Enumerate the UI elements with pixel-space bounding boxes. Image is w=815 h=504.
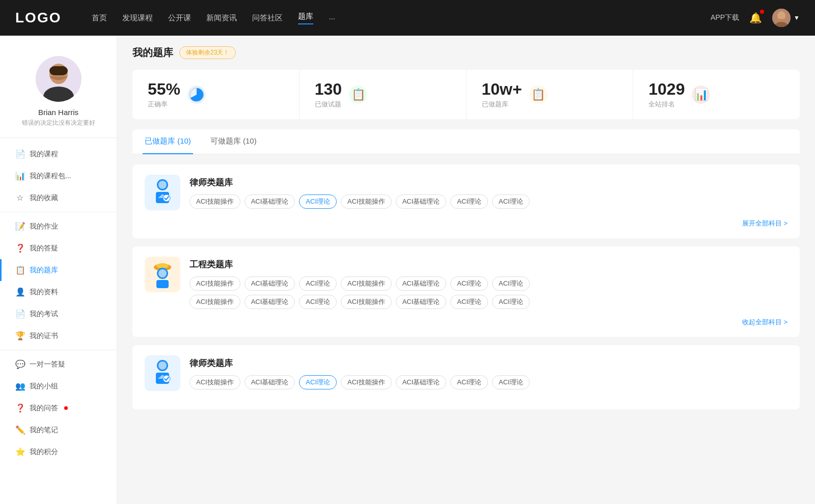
svg-rect-16 (156, 280, 169, 288)
lawyer-icon-wrap-2 (145, 355, 180, 391)
tag-item[interactable]: ACI基础理论 (244, 194, 295, 209)
lawyer-icon-wrap (145, 175, 180, 210)
tag-item[interactable]: ACI基础理论 (244, 295, 295, 309)
sidebar-item-my-cert[interactable]: 🏆 我的证书 (0, 325, 117, 347)
tag-item[interactable]: ACI技能操作 (189, 194, 240, 209)
tag-item[interactable]: ACI技能操作 (189, 276, 240, 291)
sidebar-item-my-exam[interactable]: 📄 我的考试 (0, 303, 117, 325)
profile-icon: 👤 (15, 287, 24, 297)
nav-qa[interactable]: 问答社区 (252, 13, 283, 23)
nav-news[interactable]: 新闻资讯 (206, 13, 237, 23)
tag-item[interactable]: ACI理论 (299, 276, 337, 291)
nav-discover[interactable]: 发现课程 (122, 13, 153, 23)
tag-item[interactable]: ACI技能操作 (189, 375, 240, 389)
profile-motto: 错误的决定比没有决定要好 (22, 119, 95, 127)
sidebar-item-label: 我的答疑 (30, 244, 58, 253)
tag-item[interactable]: ACI技能操作 (189, 295, 240, 309)
sidebar-item-my-notes[interactable]: ✏️ 我的笔记 (0, 419, 117, 441)
notes-icon: ✏️ (15, 425, 24, 435)
tag-item[interactable]: ACI技能操作 (341, 375, 392, 389)
sidebar-item-my-questions[interactable]: ❓ 我的问答 (0, 397, 117, 419)
profile-avatar (36, 56, 82, 102)
tag-item[interactable]: ACI技能操作 (341, 276, 392, 291)
sidebar-item-my-course[interactable]: 📄 我的课程 (0, 143, 117, 165)
tag-item[interactable]: ACI理论 (450, 276, 488, 291)
tag-item[interactable]: ACI理论 (492, 375, 530, 389)
tab-todo-qbank[interactable]: 可做题库 (10) (208, 129, 259, 154)
tag-item[interactable]: ACI理论 (492, 295, 530, 309)
svg-point-13 (156, 263, 169, 268)
tag-item[interactable]: ACI理论 (299, 295, 337, 309)
group-icon: 👥 (15, 381, 24, 391)
stat-label-qbank: 已做题库 (482, 100, 522, 109)
qbank-header-engineer: 工程类题库 ACI技能操作 ACI基础理论 ACI理论 ACI技能操作 ACI基… (145, 257, 787, 309)
stats-row: 55% 正确率 130 已做试题 📋 (132, 70, 800, 119)
tag-item[interactable]: ACI基础理论 (396, 295, 447, 309)
notification-bell[interactable]: 🔔 (749, 12, 762, 24)
qbank-title-lawyer-1: 律师类题库 (189, 175, 787, 188)
tag-item[interactable]: ACI技能操作 (341, 295, 392, 309)
tag-item[interactable]: ACI理论 (492, 276, 530, 291)
sidebar-item-label: 我的笔记 (30, 426, 58, 435)
nav-opencourse[interactable]: 公开课 (168, 13, 191, 23)
sidebar-item-label: 我的积分 (30, 447, 58, 457)
sidebar-item-label: 我的问答 (30, 404, 58, 413)
logo[interactable]: LOGO (15, 10, 61, 26)
done-questions-icon: 📋 (349, 86, 367, 104)
svg-point-19 (158, 361, 167, 370)
stat-info-qbank: 10w+ 已做题库 (482, 80, 522, 109)
star-icon: ☆ (15, 193, 24, 203)
sidebar-item-my-qanda[interactable]: ❓ 我的答疑 (0, 237, 117, 259)
stat-done-qbank: 10w+ 已做题库 📋 (467, 70, 634, 119)
nav-qbank[interactable]: 题库 (298, 12, 313, 24)
tag-item[interactable]: ACI基础理论 (396, 194, 447, 209)
notification-badge (760, 10, 764, 14)
qbank-card-lawyer-2: 律师类题库 ACI技能操作 ACI基础理论 ACI理论 ACI技能操作 ACI基… (132, 345, 800, 409)
sidebar-item-label: 我的小组 (30, 382, 58, 391)
tag-item[interactable]: ACI基础理论 (244, 276, 295, 291)
engineer-icon-wrap (145, 257, 180, 292)
tag-item-active[interactable]: ACI理论 (299, 375, 337, 389)
user-avatar-menu[interactable]: ▼ (772, 9, 800, 27)
tag-item-active[interactable]: ACI理论 (299, 194, 337, 209)
stat-value-qbank: 10w+ (482, 80, 522, 99)
tag-item[interactable]: ACI理论 (450, 194, 488, 209)
sidebar-item-my-qbank[interactable]: 📋 我的题库 (0, 259, 117, 281)
bell-icon: 🔔 (749, 12, 762, 23)
tag-item[interactable]: ACI理论 (450, 375, 488, 389)
tags-row-lawyer-1: ACI技能操作 ACI基础理论 ACI理论 ACI技能操作 ACI基础理论 AC… (189, 194, 787, 209)
tag-item[interactable]: ACI基础理论 (244, 375, 295, 389)
tag-item[interactable]: ACI基础理论 (396, 375, 447, 389)
cert-icon: 🏆 (15, 331, 24, 341)
expand-link-lawyer-1[interactable]: 展开全部科目 > (742, 217, 787, 229)
app-download-button[interactable]: APP下载 (711, 13, 739, 22)
sidebar-item-my-homework[interactable]: 📝 我的作业 (0, 215, 117, 237)
page-wrap: Brian Harris 错误的决定比没有决定要好 📄 我的课程 📊 我的课程包… (0, 36, 815, 504)
tags-row-engineer-2: ACI技能操作 ACI基础理论 ACI理论 ACI技能操作 ACI基础理论 AC… (189, 295, 787, 309)
collapse-link-engineer[interactable]: 收起全部科目 > (742, 316, 787, 328)
stat-value-rank: 1029 (648, 80, 685, 99)
coursepack-icon: 📊 (15, 171, 24, 181)
tags-body-lawyer-2: 律师类题库 ACI技能操作 ACI基础理论 ACI理论 ACI技能操作 ACI基… (189, 355, 787, 389)
tag-item[interactable]: ACI基础理论 (396, 276, 447, 291)
tag-item[interactable]: ACI理论 (492, 194, 530, 209)
nav-more[interactable]: ··· (329, 14, 335, 22)
sidebar-item-my-group[interactable]: 👥 我的小组 (0, 375, 117, 397)
sidebar-item-my-points[interactable]: ⭐ 我的积分 (0, 441, 117, 463)
points-icon: ⭐ (15, 447, 24, 457)
page-title: 我的题库 (132, 46, 173, 60)
nav-home[interactable]: 首页 (92, 13, 107, 23)
navbar-nav: 首页 发现课程 公开课 新闻资讯 问答社区 题库 ··· (92, 12, 711, 24)
sidebar-item-label: 我的资料 (30, 288, 58, 297)
tab-done-qbank[interactable]: 已做题库 (10) (143, 129, 193, 154)
sidebar-item-1on1[interactable]: 💬 一对一答疑 (0, 353, 117, 375)
tag-item[interactable]: ACI理论 (450, 295, 488, 309)
sidebar-item-my-course-pack[interactable]: 📊 我的课程包... (0, 165, 117, 187)
sidebar-item-my-profile[interactable]: 👤 我的资料 (0, 281, 117, 303)
stat-label-done: 已做试题 (315, 100, 342, 109)
qbank-title-engineer: 工程类题库 (189, 257, 787, 270)
tag-item[interactable]: ACI技能操作 (341, 194, 392, 209)
stat-info-accuracy: 55% 正确率 (148, 80, 180, 109)
sidebar-item-label: 我的课程包... (30, 172, 71, 181)
sidebar-item-my-favorites[interactable]: ☆ 我的收藏 (0, 187, 117, 209)
